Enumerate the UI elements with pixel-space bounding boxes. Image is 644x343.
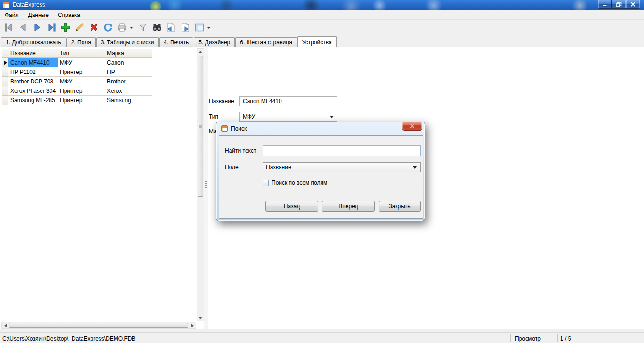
forward-button[interactable]: Вперед [322, 201, 375, 212]
refresh-button[interactable] [101, 21, 115, 35]
horizontal-scrollbar[interactable] [1, 322, 196, 329]
row-indicator-cell [2, 67, 8, 77]
field-label-2: Тип [209, 114, 239, 120]
grid-row[interactable]: Brother DCP 703МФУBrother [2, 77, 152, 86]
filter-icon [137, 22, 149, 34]
search-all-fields-checkbox[interactable] [263, 180, 269, 186]
find-button[interactable] [150, 21, 164, 35]
name-input[interactable]: Canon MF4410 [239, 96, 337, 106]
grid-cell[interactable]: Samsung [105, 96, 152, 105]
grid-cell[interactable]: МФУ [58, 58, 105, 67]
vertical-scrollbar[interactable] [197, 48, 204, 321]
menu-item-Файл[interactable]: Файл [0, 11, 24, 19]
tab-2[interactable]: 2. Поля [66, 37, 96, 47]
grid-row[interactable]: Samsung ML-285ПринтерSamsung [2, 96, 152, 105]
form-view-icon [194, 22, 205, 34]
row-indicator-cell [2, 58, 8, 67]
grid-cell[interactable]: Xerox Phaser 304 [8, 86, 58, 96]
last-record-button[interactable] [44, 21, 58, 35]
database-path: C:\Users\Хозяин\Desktop\_DataExpress\DEM… [2, 335, 135, 342]
menubar: ФайлДанныеСправка [0, 10, 644, 20]
grid-row[interactable]: Xerox Phaser 304ПринтерXerox [2, 86, 152, 96]
grid-cell[interactable]: HP [105, 67, 152, 77]
go-back-button[interactable] [164, 21, 178, 35]
grid-cell[interactable]: Принтер [58, 86, 105, 96]
minimize-button[interactable] [598, 0, 612, 9]
statusbar: C:\Users\Хозяин\Desktop\_DataExpress\DEM… [0, 330, 644, 343]
delete-record-button[interactable] [87, 21, 101, 35]
тип-combobox[interactable]: МФУ [239, 112, 337, 122]
row-indicator-cell [2, 86, 8, 96]
tab-5[interactable]: 5. Дизайнер [194, 37, 235, 47]
grid-cell[interactable]: Canon MF4410 [8, 58, 58, 67]
grid-cell[interactable]: Samsung ML-285 [8, 96, 58, 105]
go-forward-button[interactable] [178, 21, 192, 35]
delete-record-icon [88, 22, 99, 34]
prev-record-button[interactable] [16, 21, 30, 35]
panel-splitter[interactable] [204, 47, 208, 329]
grid-corner-cell [2, 49, 8, 58]
tab-7[interactable]: Устройства [297, 36, 337, 47]
menu-item-Справка[interactable]: Справка [53, 11, 85, 19]
current-row-arrow-icon [4, 60, 7, 65]
grid-cell[interactable]: HP P1102 [8, 67, 58, 77]
grid-cell[interactable]: Brother DCP 703 [8, 77, 58, 86]
tab-4[interactable]: 4. Печать [159, 37, 194, 47]
scroll-down-button[interactable] [197, 314, 204, 321]
scroll-left-button[interactable] [2, 322, 8, 328]
search-dialog: Поиск Найти текст Поле Название Поиск по… [216, 122, 425, 221]
vertical-scroll-thumb[interactable] [198, 56, 203, 197]
edit-record-button[interactable] [73, 21, 87, 35]
restore-button[interactable] [612, 0, 626, 9]
back-button[interactable]: Назад [265, 201, 318, 212]
dialog-close-button[interactable] [402, 122, 422, 131]
print-dropdown-arrow-icon[interactable] [130, 27, 133, 29]
horizontal-scroll-thumb[interactable] [9, 323, 188, 328]
go-back-icon [165, 22, 177, 34]
toolbar [0, 20, 644, 36]
go-forward-icon [180, 22, 191, 34]
form-view-button[interactable] [192, 21, 206, 35]
search-dialog-body: Найти текст Поле Название Поиск по всем … [219, 135, 423, 219]
grid-row[interactable]: HP P1102ПринтерHP [2, 67, 152, 77]
grid-column-header[interactable]: Марка [105, 49, 152, 58]
grid-column-header[interactable]: Название [8, 49, 58, 58]
grid-row[interactable]: Canon MF4410МФУCanon [2, 58, 152, 67]
record-counter: 1 / 5 [560, 335, 571, 342]
scroll-up-button[interactable] [197, 49, 204, 55]
add-record-button[interactable] [58, 21, 73, 35]
scroll-right-button[interactable] [189, 322, 196, 328]
first-record-button[interactable] [2, 21, 16, 35]
grid-cell[interactable]: Принтер [58, 96, 105, 105]
tab-6[interactable]: 6. Шестая страница [235, 37, 297, 47]
edit-record-icon [74, 22, 85, 34]
tabbar: 1. Добро пожаловать2. Поля3. Таблицы и с… [0, 36, 644, 47]
tab-3[interactable]: 3. Таблицы и списки [96, 37, 159, 47]
close-dialog-button[interactable]: Закрыть [379, 201, 421, 212]
form-view-dropdown-arrow-icon[interactable] [207, 27, 211, 29]
find-text-input[interactable] [263, 145, 421, 156]
grid-cell[interactable]: Xerox [105, 86, 152, 96]
grid-cell[interactable]: Canon [105, 58, 152, 67]
grid-cell[interactable]: МФУ [58, 77, 105, 86]
add-record-icon [60, 22, 71, 34]
row-indicator-cell [2, 96, 8, 105]
close-button[interactable] [626, 0, 640, 9]
filter-button[interactable] [136, 21, 150, 35]
prev-record-icon [17, 22, 29, 34]
search-dialog-titlebar: Поиск [216, 122, 425, 135]
search-dialog-icon [221, 125, 228, 132]
print-button[interactable] [115, 21, 129, 35]
menu-item-Данные[interactable]: Данные [24, 11, 53, 19]
grid-cell[interactable]: Brother [105, 77, 152, 86]
field-combobox[interactable]: Название [263, 162, 421, 172]
titlebar: DataExpress [0, 0, 644, 10]
grid-column-header[interactable]: Тип [58, 49, 105, 58]
next-record-button[interactable] [30, 21, 44, 35]
tab-1[interactable]: 1. Добро пожаловать [1, 37, 66, 47]
field-label: Поле [225, 164, 263, 171]
grid-panel: НазваниеТипМаркаCanon MF4410МФУCanonHP P… [0, 47, 204, 329]
data-grid[interactable]: НазваниеТипМаркаCanon MF4410МФУCanonHP P… [2, 49, 152, 105]
dialog-button-row: НазадВпередЗакрыть [265, 201, 421, 212]
grid-cell[interactable]: Принтер [58, 67, 105, 77]
